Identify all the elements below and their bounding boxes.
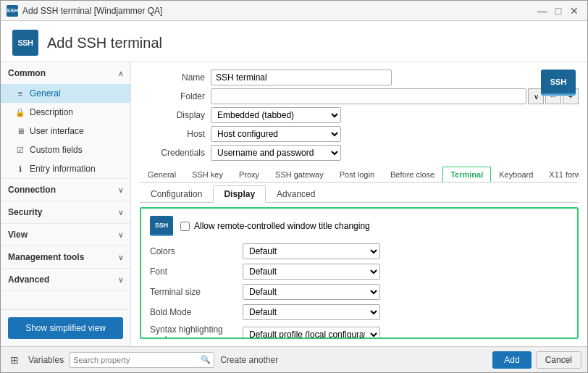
bottom-right: Add Cancel [492,351,581,369]
sidebar-item-entry-information[interactable]: ℹ Entry information [1,159,130,178]
search-icon: 🔍 [201,355,211,364]
tab-ssh-gateway[interactable]: SSH gateway [267,167,332,183]
tab-post-login[interactable]: Post login [332,167,382,183]
colors-select[interactable]: Default [243,243,380,259]
tab-display[interactable]: Display [213,185,266,203]
sidebar-item-custom-fields[interactable]: ☑ Custom fields [1,141,130,159]
sidebar-section-view-header[interactable]: View ∨ [1,224,130,246]
font-select[interactable]: Default [243,264,380,280]
font-label: Font [150,267,237,277]
credentials-label: Credentials [140,148,205,158]
chevron-down-icon2: ∨ [118,209,123,217]
sidebar-section-management-header[interactable]: Management tools ∨ [1,246,130,268]
credentials-select[interactable]: Username and password [211,145,341,161]
chevron-down-icon: ∨ [118,186,123,194]
main-window: SSH Add SSH terminal [Windjammer QA] — □… [0,0,588,373]
sidebar-section-view: View ∨ [1,224,130,246]
folder-input[interactable] [211,88,526,104]
tab-configuration[interactable]: Configuration [140,185,213,203]
sidebar-section-security: Security ∨ [1,201,130,224]
show-simplified-view-button[interactable]: Show simplified view [8,317,123,339]
folder-label: Folder [140,91,205,101]
sidebar-section-common: Common ∧ ≡ General 🔒 Description 🖥 User … [1,62,130,179]
display-panel: SSH Allow remote-controlled window title… [140,207,579,339]
tab-x11-forwarding[interactable]: X11 forwarding [541,167,579,183]
allow-title-label: Allow remote-controlled window title cha… [194,221,370,231]
general-icon: ≡ [15,88,25,99]
host-select[interactable]: Host configured [211,126,341,142]
folder-row: ∨ ··· + [211,88,579,104]
add-button[interactable]: Add [492,351,531,369]
sidebar-item-user-interface[interactable]: 🖥 User interface [1,122,130,141]
title-bar-left: SSH Add SSH terminal [Windjammer QA] [7,5,162,17]
variables-label[interactable]: Variables [28,355,64,365]
name-input[interactable] [211,70,392,85]
tab-advanced[interactable]: Advanced [266,185,326,203]
cancel-button[interactable]: Cancel [536,351,581,369]
sidebar-section-connection: Connection ∨ [1,179,130,201]
title-bar-controls: — □ ✕ [535,4,581,18]
lock-icon: 🔒 [15,107,25,117]
maximize-button[interactable]: □ [551,4,566,18]
chevron-up-icon: ∧ [118,70,123,77]
display-label: Display [140,110,205,120]
header-ssh-icon: SSH [12,30,38,56]
sidebar-section-security-header[interactable]: Security ∨ [1,201,130,223]
sidebar-section-connection-header[interactable]: Connection ∨ [1,179,130,201]
bottom-bar: ⊞ Variables 🔍 Create another Add Cancel [1,346,587,372]
inner-panel-header: SSH Allow remote-controlled window title… [150,216,568,236]
search-wrap: 🔍 [70,352,214,368]
sidebar-item-general[interactable]: ≡ General [1,84,130,103]
tab-terminal[interactable]: Terminal [442,167,491,183]
sidebar-section-advanced: Advanced ∨ [1,269,130,291]
title-bar-icon: SSH [7,5,18,17]
content-area: Common ∧ ≡ General 🔒 Description 🖥 User … [1,62,587,346]
terminal-size-label: Terminal size [150,287,237,297]
inner-tabs: Configuration Display Advanced [140,185,579,203]
tab-general[interactable]: General [140,167,184,183]
checkbox-icon: ☑ [15,145,25,155]
bold-mode-label: Bold Mode [150,307,237,317]
host-label: Host [140,129,205,139]
info-icon: ℹ [15,164,25,174]
dialog-header: SSH Add SSH terminal [1,21,587,62]
sidebar-section-advanced-header[interactable]: Advanced ∨ [1,269,130,290]
syntax-highlight-label: Syntax highlighting mode [150,324,237,339]
sidebar-item-description[interactable]: 🔒 Description [1,103,130,122]
sidebar-section-management: Management tools ∨ [1,246,130,269]
display-select[interactable]: Embedded (tabbed) [211,107,341,123]
title-bar-text: Add SSH terminal [Windjammer QA] [22,6,162,16]
sidebar: Common ∧ ≡ General 🔒 Description 🖥 User … [1,62,131,346]
tab-keyboard[interactable]: Keyboard [491,167,541,183]
chevron-down-icon4: ∨ [118,253,123,261]
inner-ssh-icon: SSH [150,216,173,236]
sidebar-footer: Show simplified view [1,309,130,346]
main-panel: Name Folder ∨ ··· + Display Embedded (ta… [131,62,587,346]
dialog-title: Add SSH terminal [47,35,162,51]
chevron-down-icon5: ∨ [118,276,123,284]
allow-checkbox-row: Allow remote-controlled window title cha… [180,221,370,231]
monitor-icon: 🖥 [15,126,25,136]
bold-mode-select[interactable]: Default [243,304,380,320]
tab-ssh-key[interactable]: SSH key [184,167,231,183]
close-button[interactable]: ✕ [567,4,581,18]
tab-before-close[interactable]: Before close [382,167,442,183]
outer-tabs: General SSH key Proxy SSH gateway Post l… [140,167,579,183]
ssh-badge: SSH [541,70,576,96]
tab-proxy[interactable]: Proxy [231,167,267,183]
create-another-label[interactable]: Create another [220,355,278,365]
sidebar-section-common-header[interactable]: Common ∧ [1,62,130,84]
name-label: Name [140,72,205,83]
colors-label: Colors [150,246,237,256]
allow-title-checkbox[interactable] [180,222,190,231]
terminal-size-select[interactable]: Default [243,284,380,300]
search-property-input[interactable] [73,356,201,364]
inner-form: Colors Default Font Default Terminal siz… [150,243,568,339]
chevron-down-icon3: ∨ [118,231,123,239]
syntax-highlight-select[interactable]: Default profile (local configuration) [243,327,380,339]
title-bar: SSH Add SSH terminal [Windjammer QA] — □… [1,1,587,21]
grid-icon[interactable]: ⊞ [7,352,22,368]
form-fields: Name Folder ∨ ··· + Display Embedded (ta… [140,70,579,161]
minimize-button[interactable]: — [535,4,550,18]
